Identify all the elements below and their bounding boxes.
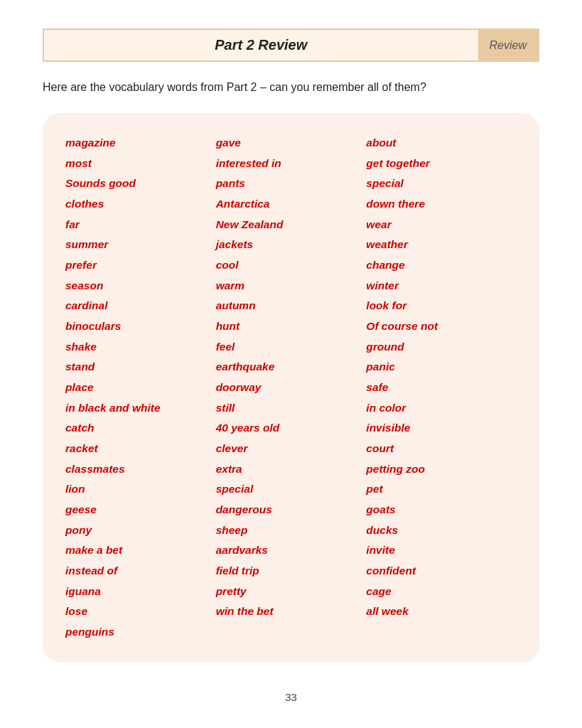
vocab-word: ducks	[366, 520, 517, 541]
intro-text: Here are the vocabulary words from Part …	[43, 79, 539, 96]
vocab-word: classmates	[65, 459, 216, 480]
vocab-word: make a bet	[65, 540, 216, 561]
vocab-word: about	[366, 133, 517, 154]
vocab-word: goats	[366, 500, 517, 520]
vocab-word: iguana	[65, 582, 216, 602]
vocab-word: prefer	[65, 255, 216, 276]
vocab-word: most	[65, 154, 216, 174]
vocab-word: gave	[216, 133, 367, 154]
vocab-word: interested in	[216, 154, 367, 174]
vocab-word: 40 years old	[216, 418, 367, 439]
vocab-word: court	[366, 439, 517, 459]
page-number: 33	[285, 691, 297, 703]
vocab-word: clothes	[65, 194, 216, 215]
vocab-word: down there	[366, 194, 517, 215]
vocab-word: sheep	[216, 520, 367, 541]
vocab-word: penguins	[65, 622, 216, 643]
vocab-word: pet	[366, 479, 517, 500]
vocab-word: Sounds good	[65, 173, 216, 194]
vocab-word: invisible	[366, 418, 517, 439]
vocab-word: season	[65, 276, 216, 296]
vocab-word: shake	[65, 337, 216, 358]
vocab-word: win the bet	[216, 601, 367, 622]
vocab-word: earthquake	[216, 357, 367, 378]
vocab-word: place	[65, 378, 216, 398]
vocab-word: cool	[216, 255, 367, 276]
vocab-word: safe	[366, 378, 517, 398]
vocab-word: doorway	[216, 378, 367, 398]
vocab-word: warm	[216, 276, 367, 296]
vocab-word: autumn	[216, 296, 367, 316]
vocab-word: special	[366, 173, 517, 194]
vocab-word: feel	[216, 337, 367, 358]
vocab-word: instead of	[65, 561, 216, 582]
vocab-word: summer	[65, 235, 216, 255]
vocab-word: stand	[65, 357, 216, 378]
vocab-word: dangerous	[216, 500, 367, 520]
header-label: Review	[478, 30, 538, 60]
vocab-word: hunt	[216, 316, 367, 337]
vocab-col-3: aboutget togetherspecialdown therewearwe…	[366, 133, 517, 643]
vocab-word: ground	[366, 337, 517, 358]
vocab-word: aardvarks	[216, 540, 367, 561]
vocab-word: invite	[366, 540, 517, 561]
vocab-word: field trip	[216, 561, 367, 582]
vocab-word: catch	[65, 418, 216, 439]
vocab-grid: magazinemostSounds goodclothesfarsummerp…	[65, 133, 517, 643]
vocab-word: cage	[366, 582, 517, 602]
vocab-word: panic	[366, 357, 517, 378]
vocab-word-empty	[216, 622, 367, 643]
vocab-word: extra	[216, 459, 367, 480]
page-title: Part 2 Review	[44, 30, 478, 60]
vocab-word: magazine	[65, 133, 216, 154]
vocab-word: far	[65, 215, 216, 235]
vocab-word: in black and white	[65, 398, 216, 419]
vocab-word: pony	[65, 520, 216, 541]
vocab-word: in color	[366, 398, 517, 419]
vocab-word: all week	[366, 601, 517, 622]
vocab-box: magazinemostSounds goodclothesfarsummerp…	[43, 113, 539, 663]
vocab-word: jackets	[216, 235, 367, 255]
vocab-col-2: gaveinterested inpantsAntarcticaNew Zeal…	[216, 133, 367, 643]
vocab-word: New Zealand	[216, 215, 367, 235]
vocab-word: weather	[366, 235, 517, 255]
vocab-word: special	[216, 479, 367, 500]
vocab-word: racket	[65, 439, 216, 459]
vocab-word: look for	[366, 296, 517, 316]
vocab-word: geese	[65, 500, 216, 520]
vocab-col-1: magazinemostSounds goodclothesfarsummerp…	[65, 133, 216, 643]
vocab-word-empty	[366, 622, 517, 643]
vocab-word: get together	[366, 154, 517, 174]
vocab-word: pretty	[216, 582, 367, 602]
vocab-word: confident	[366, 561, 517, 582]
vocab-word: Of course not	[366, 316, 517, 337]
header-bar: Part 2 Review Review	[43, 28, 539, 62]
vocab-word: pants	[216, 173, 367, 194]
vocab-word: winter	[366, 276, 517, 296]
vocab-word: still	[216, 398, 367, 419]
vocab-word: wear	[366, 215, 517, 235]
vocab-word: cardinal	[65, 296, 216, 316]
vocab-word: change	[366, 255, 517, 276]
vocab-word: petting zoo	[366, 459, 517, 480]
vocab-word: binoculars	[65, 316, 216, 337]
vocab-word: Antarctica	[216, 194, 367, 215]
vocab-word: lion	[65, 479, 216, 500]
vocab-word: clever	[216, 439, 367, 459]
vocab-word: lose	[65, 601, 216, 622]
